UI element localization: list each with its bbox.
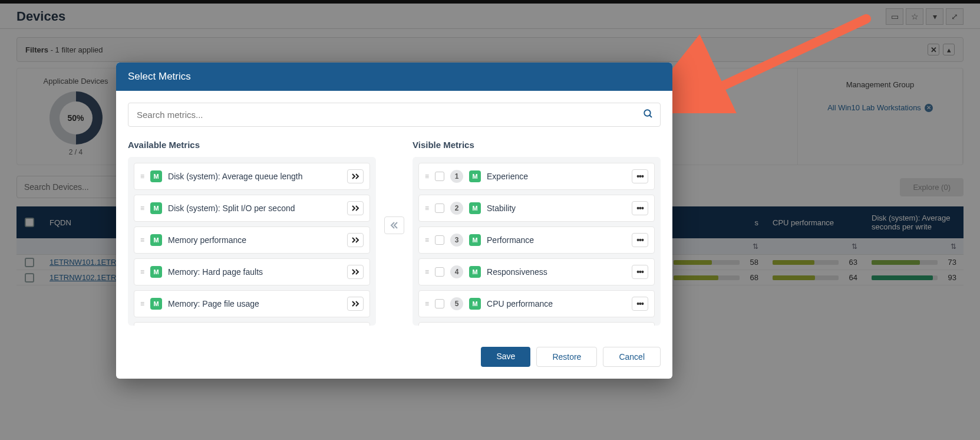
metric-checkbox[interactable] [435, 267, 444, 277]
move-right-button[interactable] [347, 265, 364, 279]
metric-label: Disk (system): Split I/O per second [168, 203, 341, 213]
metric-checkbox[interactable] [435, 235, 444, 245]
modal-title: Select Metrics [116, 63, 672, 91]
metric-order-badge: 4 [450, 265, 463, 278]
move-right-button[interactable] [347, 201, 364, 215]
drag-handle-icon[interactable]: ≡ [425, 268, 429, 276]
metric-order-badge: 3 [450, 234, 463, 247]
move-right-button[interactable] [347, 233, 364, 247]
move-all-left-button[interactable] [384, 216, 404, 234]
modal-body: Available Metrics ≡ M Disk (system): Ave… [116, 91, 672, 337]
drag-handle-icon[interactable]: ≡ [425, 172, 429, 180]
metric-label: Responsiveness [487, 267, 626, 277]
metric-more-button[interactable]: ••• [632, 201, 648, 215]
metric-checkbox[interactable] [435, 203, 444, 213]
metric-order-badge: 5 [450, 297, 463, 310]
drag-handle-icon[interactable]: ≡ [425, 236, 429, 244]
metric-label: CPU performance [487, 299, 626, 308]
cancel-button[interactable]: Cancel [603, 347, 661, 367]
drag-handle-icon[interactable]: ≡ [140, 236, 144, 244]
metric-label: Memory: Hard page faults [168, 267, 341, 277]
available-metric-item[interactable]: ≡ M Memory: Page file usage [134, 290, 370, 317]
metric-badge-icon: M [469, 298, 481, 310]
metric-badge-icon: M [150, 202, 162, 214]
move-middle [376, 140, 413, 234]
metric-label: Experience [487, 172, 626, 181]
available-metric-item[interactable]: ≡ M Memory: Physical memory usage [134, 322, 370, 326]
visible-column: Visible Metrics ≡ 1 M Experience ••• ≡ 2… [413, 140, 661, 326]
available-title: Available Metrics [128, 140, 376, 150]
metric-more-button[interactable]: ••• [632, 297, 648, 311]
svg-line-3 [649, 115, 652, 117]
metric-more-button[interactable]: ••• [632, 265, 648, 279]
metric-label: Disk (system): Average queue length [168, 172, 341, 181]
metric-more-button[interactable]: ••• [632, 233, 648, 247]
metric-checkbox[interactable] [435, 172, 444, 181]
metric-badge-icon: M [150, 298, 162, 310]
metric-label: Stability [487, 203, 626, 213]
metrics-columns: Available Metrics ≡ M Disk (system): Ave… [128, 140, 661, 326]
metric-badge-icon: M [469, 202, 481, 214]
metric-order-badge: 2 [450, 202, 463, 215]
drag-handle-icon[interactable]: ≡ [425, 204, 429, 212]
search-metrics-input[interactable] [128, 103, 661, 127]
drag-handle-icon[interactable]: ≡ [425, 300, 429, 308]
metric-badge-icon: M [150, 170, 162, 182]
visible-title: Visible Metrics [413, 140, 661, 150]
save-button[interactable]: Save [481, 347, 530, 367]
svg-point-2 [644, 110, 651, 116]
metric-label: Memory: Page file usage [168, 299, 341, 308]
metric-badge-icon: M [150, 234, 162, 246]
modal-footer: Save Restore Cancel [116, 337, 672, 379]
metric-label: Memory performance [168, 235, 341, 245]
metric-badge-icon: M [469, 234, 481, 246]
visible-metric-item[interactable]: ≡ 5 M CPU performance ••• [418, 290, 655, 317]
available-column: Available Metrics ≡ M Disk (system): Ave… [128, 140, 376, 326]
search-metrics-wrap [128, 103, 661, 127]
move-right-button[interactable] [347, 169, 364, 183]
drag-handle-icon[interactable]: ≡ [140, 300, 144, 308]
metric-badge-icon: M [150, 266, 162, 278]
metric-more-button[interactable]: ••• [632, 169, 648, 183]
restore-button[interactable]: Restore [536, 347, 597, 367]
metric-badge-icon: M [469, 266, 481, 278]
visible-metric-item[interactable]: ≡ 3 M Performance ••• [418, 226, 655, 254]
metric-order-badge: 1 [450, 170, 463, 183]
visible-list: ≡ 1 M Experience ••• ≡ 2 M Stability •••… [413, 157, 661, 326]
drag-handle-icon[interactable]: ≡ [140, 172, 144, 180]
visible-metric-item[interactable]: ≡ 1 M Experience ••• [418, 163, 655, 190]
move-right-button[interactable] [347, 297, 364, 311]
available-metric-item[interactable]: ≡ M Memory: Hard page faults [134, 258, 370, 285]
select-metrics-modal: Select Metrics Available Metrics ≡ M Dis… [116, 63, 672, 379]
visible-metric-item[interactable]: ≡ 6 M Disk (system): Average seconds per… [418, 322, 655, 326]
drag-handle-icon[interactable]: ≡ [140, 204, 144, 212]
available-list: ≡ M Disk (system): Average queue length … [128, 157, 376, 326]
visible-metric-item[interactable]: ≡ 4 M Responsiveness ••• [418, 258, 655, 285]
visible-metric-item[interactable]: ≡ 2 M Stability ••• [418, 195, 655, 222]
drag-handle-icon[interactable]: ≡ [140, 268, 144, 276]
search-icon[interactable] [643, 109, 654, 122]
available-metric-item[interactable]: ≡ M Memory performance [134, 226, 370, 254]
metric-label: Performance [487, 235, 626, 245]
metric-badge-icon: M [469, 170, 481, 182]
metric-checkbox[interactable] [435, 299, 444, 308]
available-metric-item[interactable]: ≡ M Disk (system): Average queue length [134, 163, 370, 190]
available-metric-item[interactable]: ≡ M Disk (system): Split I/O per second [134, 195, 370, 222]
